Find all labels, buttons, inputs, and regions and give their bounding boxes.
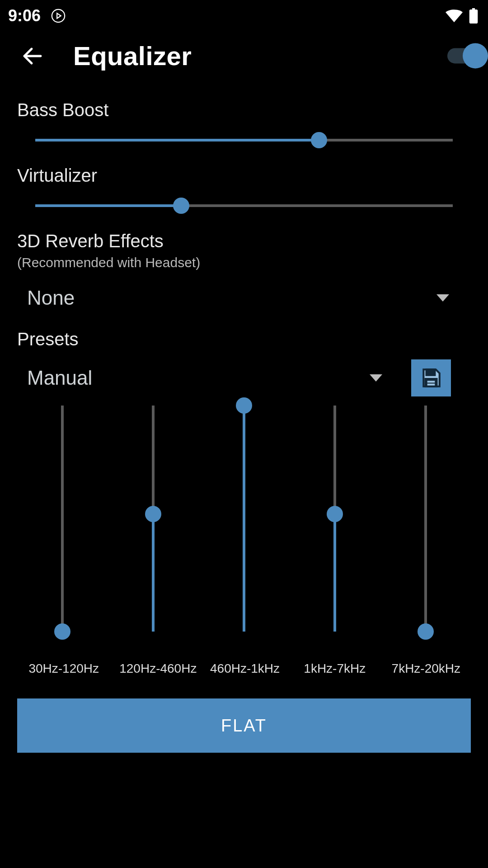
slider-fill (35, 204, 181, 207)
svg-rect-1 (472, 8, 475, 9)
eq-band-label: 30Hz-120Hz (28, 661, 96, 676)
slider-fill (35, 139, 319, 142)
chevron-down-icon (436, 294, 449, 302)
virtualizer-slider[interactable] (35, 196, 453, 216)
save-preset-button[interactable] (411, 359, 451, 396)
preset-dropdown[interactable]: Manual (17, 362, 400, 394)
wifi-icon (446, 9, 463, 23)
slider-fill (152, 514, 155, 632)
eq-band-label: 120Hz-460Hz (119, 661, 187, 676)
flat-button-label: FLAT (221, 716, 267, 736)
save-icon (420, 367, 442, 389)
arrow-left-icon (22, 45, 43, 67)
slider-thumb[interactable] (311, 132, 327, 148)
eq-band-slider[interactable] (301, 401, 369, 636)
status-bar: 9:06 (0, 0, 488, 32)
preset-selected: Manual (27, 367, 92, 389)
svg-rect-4 (427, 369, 435, 375)
reverb-dropdown[interactable]: None (17, 282, 471, 314)
svg-point-0 (52, 9, 65, 22)
page-title: Equalizer (73, 41, 192, 71)
slider-track (424, 406, 427, 632)
eq-band-labels: 30Hz-120Hz120Hz-460Hz460Hz-1kHz1kHz-7kHz… (17, 661, 471, 676)
eq-bands-area: 30Hz-120Hz120Hz-460Hz460Hz-1kHz1kHz-7kHz… (0, 401, 488, 676)
slider-thumb[interactable] (327, 506, 343, 522)
slider-thumb[interactable] (173, 198, 189, 214)
eq-band-slider[interactable] (392, 401, 460, 636)
eq-band-label: 7kHz-20kHz (392, 661, 460, 676)
slider-thumb[interactable] (145, 506, 161, 522)
bass-boost-label: Bass Boost (17, 100, 471, 120)
presets-label: Presets (17, 329, 471, 349)
status-time: 9:06 (8, 6, 41, 25)
slider-fill (333, 514, 336, 632)
play-circle-icon (51, 8, 66, 24)
svg-rect-2 (469, 9, 478, 24)
equalizer-toggle[interactable] (443, 43, 488, 68)
eq-band-label: 1kHz-7kHz (301, 661, 369, 676)
status-left: 9:06 (8, 6, 66, 25)
battery-icon (469, 8, 478, 24)
slider-thumb[interactable] (236, 397, 252, 414)
eq-bands (17, 401, 471, 645)
status-right (446, 8, 478, 24)
chevron-down-icon (370, 374, 382, 382)
flat-button[interactable]: FLAT (17, 698, 471, 753)
eq-band-slider[interactable] (28, 401, 96, 636)
slider-thumb[interactable] (54, 623, 70, 640)
reverb-label: 3D Reverb Effects (17, 231, 471, 251)
virtualizer-label: Virtualizer (17, 165, 471, 186)
eq-band-slider[interactable] (119, 401, 187, 636)
slider-thumb[interactable] (418, 623, 434, 640)
virtualizer-section: Virtualizer (0, 165, 488, 216)
reverb-section: 3D Reverb Effects (Recommended with Head… (0, 231, 488, 314)
presets-section: Presets Manual (0, 329, 488, 396)
slider-track (61, 406, 64, 632)
reverb-selected: None (27, 287, 75, 309)
header: Equalizer (0, 32, 488, 85)
bass-boost-slider[interactable] (35, 130, 453, 150)
preset-row: Manual (17, 359, 471, 396)
slider-fill (243, 406, 245, 632)
toggle-knob (463, 43, 488, 68)
back-button[interactable] (19, 42, 46, 70)
eq-band-label: 460Hz-1kHz (210, 661, 278, 676)
eq-band-slider[interactable] (210, 401, 278, 636)
reverb-sublabel: (Recommended with Headset) (17, 255, 471, 270)
bass-boost-section: Bass Boost (0, 100, 488, 150)
